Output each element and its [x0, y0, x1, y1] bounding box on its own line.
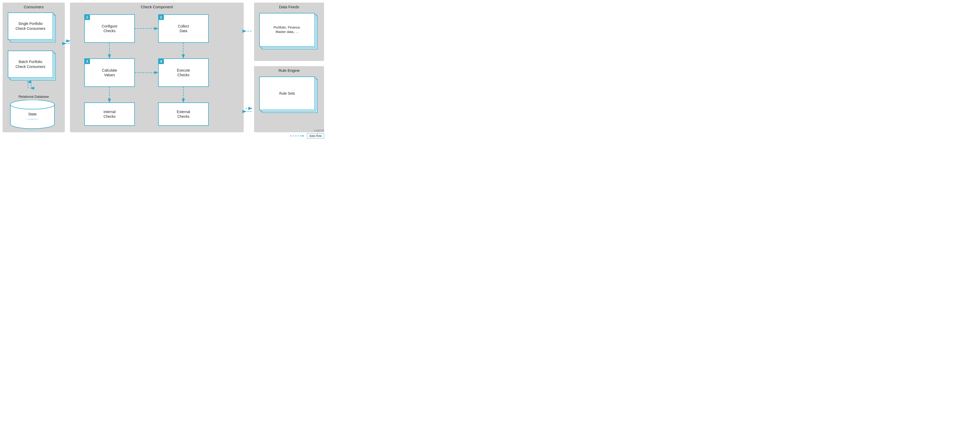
legend-dataflow-label: data flow — [309, 134, 322, 138]
legend: Legend data flow — [290, 129, 324, 139]
badge-1: 1 — [84, 14, 90, 20]
legend-dataflow-box: data flow — [307, 133, 324, 139]
diagram: Consumers Single PortfolioCheck Consumer… — [0, 0, 327, 141]
badge-4: 4 — [158, 58, 164, 64]
legend-title: Legend — [314, 129, 324, 132]
badge-2: 2 — [158, 14, 164, 20]
global-arrows — [0, 0, 327, 141]
legend-arrow-icon — [290, 134, 305, 137]
legend-row: data flow — [290, 133, 324, 139]
badge-3: 3 — [84, 58, 90, 64]
